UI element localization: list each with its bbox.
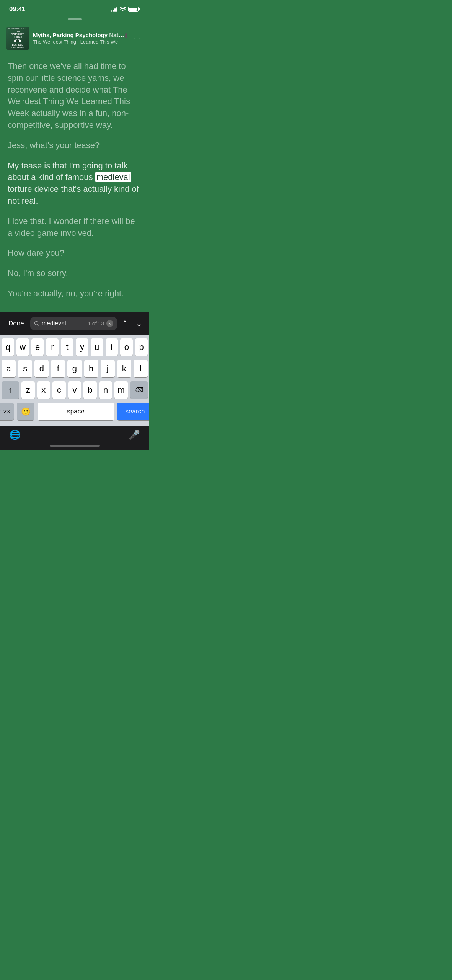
transcript-paragraph-5: How dare you? xyxy=(8,247,142,259)
key-t[interactable]: t xyxy=(61,338,73,356)
done-button[interactable]: Done xyxy=(6,318,26,329)
pull-indicator[interactable] xyxy=(0,16,149,24)
key-k[interactable]: k xyxy=(117,360,131,377)
key-c[interactable]: c xyxy=(52,381,66,399)
key-s[interactable]: s xyxy=(18,360,32,377)
keyboard-row-1: q w e r t y u i o p xyxy=(2,338,148,356)
signal-icon xyxy=(111,7,117,12)
key-m[interactable]: m xyxy=(114,381,128,399)
key-space[interactable]: space xyxy=(38,403,114,420)
wifi-icon xyxy=(120,6,126,12)
status-time: 09:41 xyxy=(9,5,25,13)
status-bar: 09:41 xyxy=(0,0,149,16)
transcript-paragraph-4: I love that. I wonder if there will be a… xyxy=(8,216,142,239)
keyboard: q w e r t y u i o p a s d f g h j k l ↑ … xyxy=(0,335,149,426)
key-z[interactable]: z xyxy=(21,381,35,399)
key-d[interactable]: d xyxy=(34,360,49,377)
key-g[interactable]: g xyxy=(67,360,82,377)
key-emoji[interactable]: 🙂 xyxy=(17,403,34,420)
key-n[interactable]: n xyxy=(99,381,113,399)
search-next-button[interactable]: ⌄ xyxy=(135,318,143,329)
key-o[interactable]: o xyxy=(120,338,133,356)
more-button[interactable]: ··· xyxy=(131,32,143,44)
mini-player-title: Myths, Parking Psychology Natu E xyxy=(33,32,127,38)
transcript-paragraph-7: You're actually, no, you're right. How xyxy=(8,288,142,300)
mini-player-info: Myths, Parking Psychology Natu E The Wei… xyxy=(33,32,127,45)
key-x[interactable]: x xyxy=(37,381,51,399)
transcript: Then once we've all had time to spin our… xyxy=(0,53,149,312)
keyboard-row-4: 123 🙂 space search xyxy=(2,403,148,420)
globe-icon[interactable]: 🌐 xyxy=(9,430,21,440)
mini-player-subtitle: The Weirdest Thing I Learned This We xyxy=(33,39,127,45)
key-r[interactable]: r xyxy=(46,338,59,356)
transcript-paragraph-6: No, I'm so sorry. xyxy=(8,268,142,279)
key-u[interactable]: u xyxy=(91,338,103,356)
key-a[interactable]: a xyxy=(2,360,16,377)
keyboard-row-3: ↑ z x c v b n m ⌫ xyxy=(2,381,148,399)
key-y[interactable]: y xyxy=(76,338,88,356)
key-delete[interactable]: ⌫ xyxy=(130,381,148,399)
home-bar xyxy=(50,445,100,447)
search-icon xyxy=(34,321,39,326)
key-123[interactable]: 123 xyxy=(0,403,14,420)
bottom-bar: 🌐 🎤 xyxy=(0,426,149,443)
key-j[interactable]: j xyxy=(101,360,115,377)
svg-line-1 xyxy=(38,324,39,326)
transcript-paragraph-2: Jess, what's your tease? xyxy=(8,140,142,152)
source-label: Natu xyxy=(109,32,124,38)
search-bar: Done medieval 1 of 13 × ⌃ ⌄ xyxy=(0,312,149,335)
transcript-paragraph-3: My tease is that I'm going to talk about… xyxy=(8,160,142,207)
key-i[interactable]: i xyxy=(106,338,118,356)
search-clear-button[interactable]: × xyxy=(106,320,113,327)
search-prev-button[interactable]: ⌃ xyxy=(121,318,129,329)
search-navigation: ⌃ ⌄ xyxy=(121,318,143,329)
key-f[interactable]: f xyxy=(51,360,65,377)
album-art: POPULAR SCIENCE THEWEIRDESTTHING I LEARN… xyxy=(6,27,29,50)
transcript-paragraph-1: Then once we've all had time to spin our… xyxy=(8,60,142,131)
search-input[interactable]: medieval xyxy=(42,320,86,327)
key-e[interactable]: e xyxy=(31,338,44,356)
key-v[interactable]: v xyxy=(68,381,82,399)
key-shift[interactable]: ↑ xyxy=(2,381,19,399)
status-icons xyxy=(111,6,140,12)
key-w[interactable]: w xyxy=(16,338,29,356)
home-indicator-area xyxy=(0,443,149,450)
search-result-count: 1 of 13 xyxy=(88,320,104,327)
key-b[interactable]: b xyxy=(83,381,97,399)
episode-badge: E xyxy=(125,33,127,38)
key-l[interactable]: l xyxy=(134,360,148,377)
key-p[interactable]: p xyxy=(135,338,148,356)
keyboard-row-2: a s d f g h j k l xyxy=(2,360,148,377)
search-button[interactable]: search xyxy=(117,403,149,420)
key-h[interactable]: h xyxy=(84,360,98,377)
battery-icon xyxy=(128,7,140,12)
highlighted-word: medieval xyxy=(95,172,131,182)
microphone-icon[interactable]: 🎤 xyxy=(129,430,140,440)
mini-player[interactable]: POPULAR SCIENCE THEWEIRDESTTHING I LEARN… xyxy=(0,24,149,53)
search-input-container[interactable]: medieval 1 of 13 × xyxy=(30,317,117,330)
key-q[interactable]: q xyxy=(2,338,14,356)
